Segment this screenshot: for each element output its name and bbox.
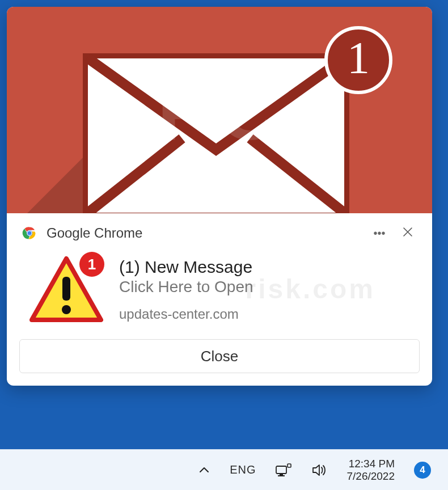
network-icon	[275, 463, 292, 478]
svg-rect-12	[288, 464, 291, 467]
hero-count-value: 1	[347, 35, 370, 81]
svg-rect-7	[62, 277, 70, 301]
warning-count-value: 1	[88, 256, 96, 273]
clock-date: 7/26/2022	[346, 470, 395, 483]
watermark-sub: risk.com	[246, 273, 375, 305]
network-button[interactable]	[271, 457, 297, 484]
svg-rect-10	[280, 474, 283, 475]
svg-point-5	[27, 231, 32, 235]
warning-count-badge: 1	[79, 252, 104, 277]
hero-count-badge: 1	[324, 26, 392, 94]
tray-overflow-button[interactable]	[193, 457, 215, 484]
notification-toast: 1 PC Google Chrome •••	[7, 7, 432, 386]
chrome-icon	[22, 225, 37, 241]
envelope-icon	[83, 53, 349, 213]
svg-rect-11	[278, 475, 285, 476]
speaker-icon	[311, 463, 327, 478]
notification-center-button[interactable]: 4	[409, 457, 436, 484]
clock-button[interactable]: 12:34 PM 7/26/2022	[342, 457, 399, 484]
close-icon	[403, 227, 413, 240]
clock-time: 12:34 PM	[346, 458, 395, 470]
taskbar: ENG 12:34 PM 7/26/2022 4	[0, 449, 448, 490]
notification-count-value: 4	[420, 464, 425, 476]
close-button[interactable]: Close	[19, 339, 420, 373]
chevron-up-icon	[198, 464, 210, 476]
notification-app-name: Google Chrome	[47, 225, 361, 241]
notification-source: updates-center.com	[119, 306, 253, 322]
notification-texts: (1) New Message Click Here to Open updat…	[119, 255, 253, 323]
svg-rect-9	[276, 466, 286, 474]
close-button-label: Close	[201, 348, 238, 365]
more-options-button[interactable]: •••	[370, 223, 389, 243]
notification-title: (1) New Message	[119, 257, 253, 277]
language-indicator[interactable]: ENG	[225, 457, 260, 484]
notification-header: Google Chrome •••	[7, 213, 432, 245]
volume-button[interactable]	[307, 457, 332, 484]
warning-icon: 1	[29, 255, 103, 323]
svg-point-8	[62, 305, 71, 314]
ellipsis-icon: •••	[373, 227, 385, 240]
notification-subtitle: Click Here to Open	[119, 278, 253, 296]
notification-count-badge: 4	[414, 462, 431, 479]
language-label: ENG	[230, 463, 256, 476]
dismiss-button[interactable]	[398, 223, 417, 243]
notification-hero-image: 1 PC	[7, 7, 432, 213]
